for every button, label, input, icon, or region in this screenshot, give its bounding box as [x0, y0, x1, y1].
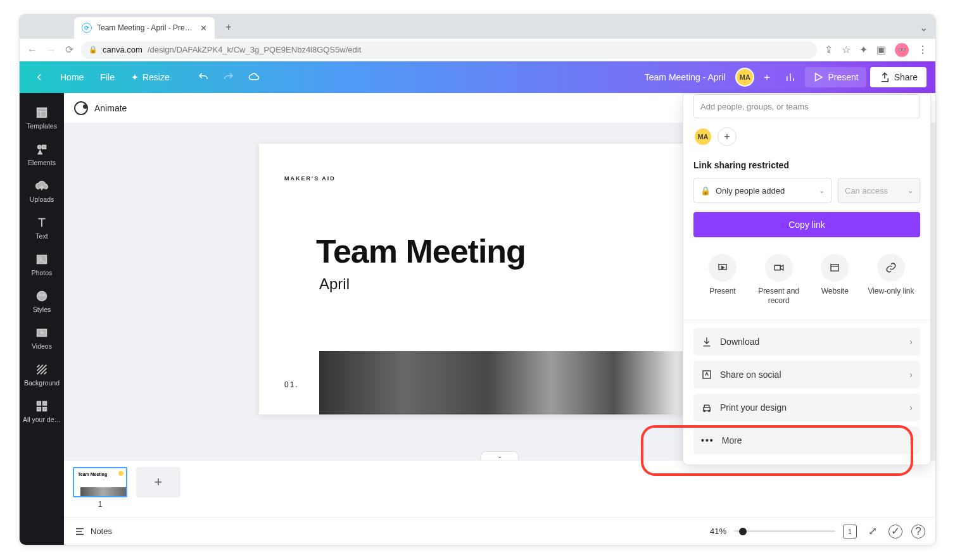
- resize-button[interactable]: ✦Resize: [125, 68, 176, 86]
- present-icon: [709, 254, 737, 282]
- fullscreen-icon[interactable]: ⤢: [866, 525, 880, 538]
- slide-title[interactable]: Team Meeting: [316, 232, 702, 270]
- forward-icon[interactable]: →: [46, 44, 56, 56]
- home-button[interactable]: Home: [54, 68, 90, 86]
- svg-point-7: [42, 294, 44, 296]
- kebab-menu-icon[interactable]: ⋮: [918, 44, 928, 56]
- share-people-input[interactable]: Add people, groups, or teams: [693, 94, 920, 118]
- link-status-label: Link sharing restricted: [693, 160, 920, 170]
- access-level-select: Can access ⌄: [838, 178, 920, 203]
- zoom-value: 41%: [710, 526, 726, 536]
- share-panel: Add people, groups, or teams MA + Link s…: [683, 94, 931, 465]
- close-tab-icon[interactable]: ✕: [200, 23, 207, 33]
- bookmark-icon[interactable]: ☆: [842, 44, 851, 56]
- slide-image[interactable]: [319, 351, 740, 414]
- rail-elements[interactable]: Elements: [20, 136, 64, 173]
- slide-strip: Team Meeting 1 +: [64, 460, 935, 517]
- svg-rect-9: [37, 402, 41, 406]
- file-menu[interactable]: File: [94, 68, 121, 86]
- url-input[interactable]: 🔒 canva.com/design/DAFAkZPK4_k/Cw_3g_PQE…: [81, 41, 817, 59]
- chevron-down-icon: ⌄: [908, 187, 913, 195]
- share-view-only-link[interactable]: View-only link: [866, 254, 916, 306]
- insights-icon[interactable]: [780, 68, 801, 87]
- canva-favicon-icon: ⟳: [82, 23, 92, 33]
- chevron-right-icon: ›: [909, 370, 913, 380]
- link-permission-select[interactable]: 🔒 Only people added ⌄: [693, 178, 832, 203]
- tab-overflow-icon[interactable]: ⌄: [912, 22, 935, 39]
- tool-rail: Templates Elements Uploads Text Photos S…: [20, 93, 64, 545]
- slide[interactable]: MAKER'S AID Team Meeting April 01.: [259, 144, 740, 414]
- animate-button[interactable]: Animate: [94, 103, 127, 113]
- svg-rect-12: [43, 408, 47, 411]
- chevron-down-icon: ⌄: [819, 187, 825, 195]
- add-member-button[interactable]: ＋: [758, 68, 776, 86]
- record-icon: [765, 254, 793, 282]
- shared-user-avatar[interactable]: MA: [693, 127, 712, 146]
- slide-brand: MAKER'S AID: [284, 175, 702, 182]
- tab-strip: ⟳ Team Meeting - April - Present ✕ + ⌄: [20, 15, 935, 39]
- rail-uploads[interactable]: Uploads: [20, 173, 64, 209]
- ellipsis-icon: •••: [701, 435, 714, 445]
- chevron-right-icon: ›: [909, 435, 913, 445]
- zoom-slider[interactable]: [734, 530, 835, 532]
- rail-text[interactable]: Text: [20, 209, 64, 246]
- share-present-record[interactable]: Present and record: [754, 254, 804, 306]
- rail-all-designs[interactable]: All your de…: [20, 393, 64, 430]
- link-icon: [877, 254, 905, 282]
- svg-point-4: [39, 257, 41, 259]
- slide-page-number: 01.: [284, 380, 299, 389]
- share-present[interactable]: Present: [697, 254, 748, 306]
- back-icon[interactable]: ←: [27, 44, 37, 56]
- help-icon[interactable]: ?: [911, 525, 925, 538]
- slide-subtitle[interactable]: April: [319, 275, 702, 293]
- svg-rect-0: [37, 108, 47, 118]
- slide-thumbnail[interactable]: Team Meeting: [73, 467, 127, 497]
- add-person-button[interactable]: +: [718, 127, 737, 146]
- copy-link-button[interactable]: Copy link: [693, 212, 920, 237]
- rail-background[interactable]: Background: [20, 356, 64, 393]
- print-design-option[interactable]: Print your design ›: [693, 394, 920, 421]
- rail-templates[interactable]: Templates: [20, 99, 64, 136]
- present-button[interactable]: Present: [805, 67, 866, 87]
- collapse-footer-icon[interactable]: ⌄: [481, 451, 519, 460]
- download-option[interactable]: Download ›: [693, 328, 920, 356]
- browser-tab[interactable]: ⟳ Team Meeting - April - Present ✕: [74, 17, 215, 39]
- grid-view-icon[interactable]: 1: [843, 525, 857, 538]
- lock-icon: 🔒: [700, 186, 711, 196]
- lock-icon: 🔒: [89, 46, 98, 54]
- new-tab-button[interactable]: +: [220, 18, 237, 36]
- svg-point-1: [38, 146, 42, 149]
- tab-title: Team Meeting - April - Present: [97, 23, 195, 32]
- share-on-social-option[interactable]: Share on social ›: [693, 361, 920, 389]
- sidepanel-icon[interactable]: ▣: [876, 44, 886, 56]
- share-url-icon[interactable]: ⇪: [825, 44, 833, 56]
- website-icon: [821, 254, 849, 282]
- profile-avatar-icon[interactable]: 👓: [895, 43, 909, 57]
- share-website[interactable]: Website: [809, 254, 860, 306]
- redo-icon[interactable]: [218, 68, 239, 87]
- check-icon[interactable]: ✓: [889, 525, 902, 538]
- notes-button[interactable]: Notes: [74, 526, 112, 537]
- cloud-sync-icon[interactable]: [243, 68, 265, 87]
- status-bar: Notes 41% 1 ⤢ ✓ ?: [64, 517, 935, 545]
- more-option[interactable]: ••• More ›: [693, 426, 920, 454]
- share-button[interactable]: Share: [870, 67, 927, 87]
- svg-rect-2: [42, 146, 46, 149]
- url-path: /design/DAFAkZPK4_k/Cw_3g_PQE9ENbz4l8GQS…: [148, 45, 361, 54]
- add-slide-button[interactable]: +: [136, 467, 180, 497]
- svg-point-5: [37, 292, 47, 301]
- refresh-icon[interactable]: ⟳: [65, 44, 73, 56]
- chevron-right-icon: ›: [909, 402, 913, 413]
- rail-photos[interactable]: Photos: [20, 246, 64, 283]
- svg-rect-10: [43, 402, 47, 406]
- rail-styles[interactable]: Styles: [20, 283, 64, 320]
- extensions-icon[interactable]: ✦: [859, 44, 868, 56]
- user-avatar[interactable]: MA: [735, 68, 754, 87]
- document-title[interactable]: Team Meeting - April: [645, 72, 726, 82]
- url-domain: canva.com: [103, 45, 142, 54]
- rail-videos[interactable]: Videos: [20, 320, 64, 356]
- app-header: Home File ✦Resize Team Meeting - April M…: [20, 61, 935, 93]
- back-button[interactable]: [28, 68, 50, 87]
- svg-point-6: [39, 294, 41, 296]
- undo-icon[interactable]: [193, 68, 214, 87]
